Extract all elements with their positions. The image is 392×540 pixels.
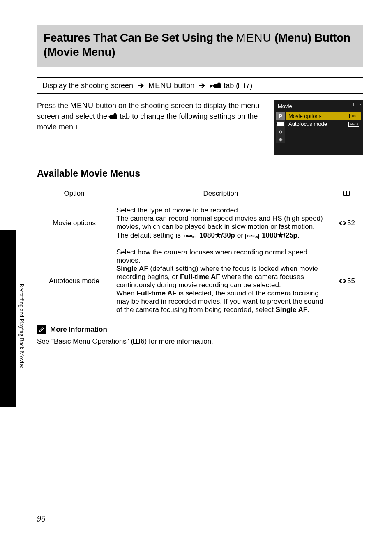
manual-ref-icon [238, 83, 245, 88]
desc-line: The camera can record normal speed movie… [116, 215, 323, 231]
intro-row: Press the MENU button on the shooting sc… [37, 100, 363, 155]
more-info-a: See "Basic Menu Operations" ( [37, 337, 133, 345]
bold-single-af: Single AF [275, 306, 307, 314]
menu-glyph: MENU [70, 102, 94, 110]
reference-page: 55 [330, 244, 363, 318]
bold-fulltime-af: Full-time AF [180, 273, 220, 281]
or-text: or [237, 231, 245, 239]
lcd-empty [286, 136, 347, 143]
more-info-ref: 6 [141, 337, 144, 345]
lcd-value-1080: 1080 [347, 112, 361, 120]
lcd-tab-setup [276, 136, 285, 143]
table-row: Movie options Select the type of movie t… [37, 202, 363, 244]
menu-glyph: MENU [236, 31, 271, 44]
lcd-row [276, 136, 361, 143]
movie-tab-icon [110, 115, 117, 119]
manual-ref-icon [343, 191, 350, 196]
arrow-icon: ➔ [138, 81, 144, 90]
more-information-heading: More Information [37, 325, 363, 334]
page-number: 96 [37, 514, 45, 524]
res-badge-icon: 108030 [183, 234, 197, 239]
option-name: Autofocus mode [37, 244, 111, 318]
ref-number: 52 [347, 219, 355, 227]
bold-fulltime-af: Full-time AF [136, 289, 177, 297]
nav-step-2: button [174, 81, 196, 90]
reference-link-icon [338, 279, 347, 284]
svg-point-4 [339, 280, 341, 282]
note-icon [37, 325, 46, 334]
ref-number: 55 [347, 277, 355, 285]
table-row: Autofocus mode Select how the camera foc… [37, 244, 363, 318]
lcd-row: Autofocus mode AF-S [276, 120, 361, 128]
page-title: Features That Can Be Set Using the MENU … [44, 30, 357, 59]
desc-text: When [116, 289, 136, 297]
lcd-item-autofocus: Autofocus mode [286, 120, 347, 128]
lcd-title: Movie [276, 102, 361, 111]
more-info-label: More Information [50, 325, 107, 334]
movie-tab-icon [214, 84, 221, 88]
col-description: Description [111, 185, 330, 202]
lcd-tab-movie [276, 120, 285, 128]
navigation-steps: Display the shooting screen ➔ MENU butto… [37, 77, 363, 94]
options-table: Option Description Movie options Select … [37, 185, 363, 318]
col-reference [330, 185, 363, 202]
nav-close-paren: ) [250, 81, 252, 90]
menu-glyph: MENU [148, 81, 172, 90]
lcd-item-movie-options: Movie options [286, 112, 347, 120]
bold-single-af: Single AF [116, 265, 148, 272]
intro-text-a: Press the [37, 102, 70, 110]
more-info-b: ) for more information. [145, 337, 213, 345]
nav-ref-page: 7 [246, 81, 250, 90]
reference-page: 52 [330, 202, 363, 244]
svg-point-3 [344, 222, 346, 224]
lcd-row [276, 128, 361, 136]
lcd-empty [347, 136, 361, 143]
lcd-value-afs: AF-S [347, 120, 361, 128]
desc-line: The default setting is [116, 231, 183, 239]
svg-point-2 [339, 222, 341, 224]
lcd-empty [286, 128, 347, 136]
nav-step-1: Display the shooting screen [42, 81, 135, 90]
more-info-text: See "Basic Menu Operations" (6) for more… [37, 337, 363, 346]
res-badge-icon: 108025 [245, 234, 259, 239]
lcd-tab-retouch [276, 128, 285, 136]
table-header-row: Option Description [37, 185, 363, 202]
intro-paragraph: Press the MENU button on the shooting sc… [37, 100, 266, 132]
option-name: Movie options [37, 202, 111, 244]
section-heading: Available Movie Menus [37, 168, 363, 179]
reference-link-icon [338, 221, 347, 226]
desc-line: Select the type of movie to be recorded. [116, 206, 240, 214]
lcd-row: P Movie options 1080 [276, 112, 361, 120]
arrow-icon: ➔ [199, 81, 205, 90]
default-setting-2: 1080★/25p [262, 231, 297, 239]
svg-point-5 [344, 280, 346, 282]
nav-step-3: tab ( [224, 81, 238, 90]
battery-icon [353, 103, 360, 106]
desc-line: Select how the camera focuses when recor… [116, 248, 307, 264]
option-description: Select how the camera focuses when recor… [111, 244, 330, 318]
svg-line-1 [281, 133, 283, 134]
col-option: Option [37, 185, 111, 202]
lcd-tab-p: P [276, 112, 285, 120]
option-description: Select the type of movie to be recorded.… [111, 202, 330, 244]
period: . [307, 306, 309, 314]
lcd-empty [347, 128, 361, 136]
title-text-1: Features That Can Be Set Using the [44, 31, 236, 44]
page-title-block: Features That Can Be Set Using the MENU … [37, 25, 363, 67]
camera-lcd-preview: Movie P Movie options 1080 Autofocus mod… [274, 100, 363, 155]
manual-ref-icon [133, 339, 140, 344]
page-content: Features That Can Be Set Using the MENU … [0, 0, 392, 540]
default-setting-1: 1080★/30p [199, 231, 235, 239]
period: . [297, 231, 300, 239]
